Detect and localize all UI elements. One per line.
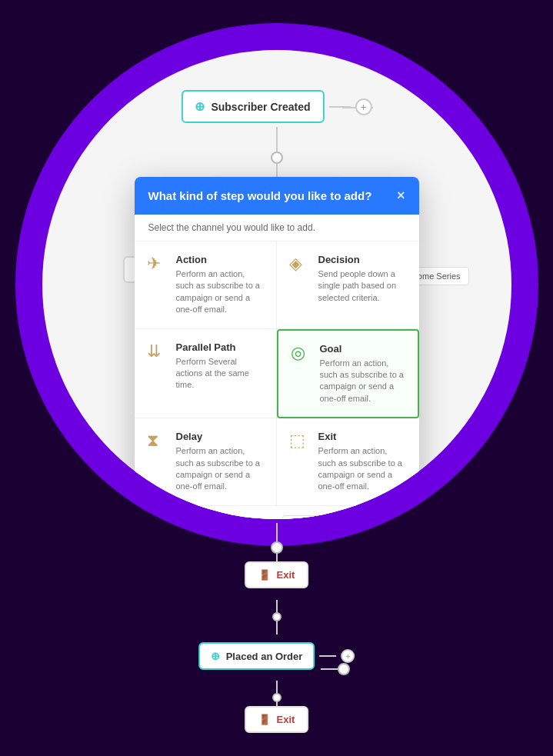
action-desc: Perform an action, such as subscribe to … [176,268,264,316]
modal-close-button[interactable]: × [397,188,405,204]
add-button[interactable]: Add [350,515,406,519]
parallel-desc: Perform Several actions at the same time… [176,356,264,391]
goal-icon: ◎ [291,343,312,363]
exit-bottom-1-icon: 🚪 [258,569,271,581]
exit-option-title: Exit [318,431,407,442]
exit-bottom-2-label: Exit [277,714,295,725]
add-step-modal: What kind of step would you like to add?… [135,177,419,519]
delay-desc: Perform an action, such as subscribe to … [176,445,264,493]
modal-subtitle: Select the channel you would like to add… [135,215,419,241]
svg-point-2 [272,152,282,163]
inner-circle: ⊕ Subscriber Created + ⏱ Wait 5 Minutes … [42,50,511,519]
add-step-right[interactable]: + [355,98,372,115]
placed-order-label: Placed an Order [226,651,303,662]
option-delay[interactable]: ⧗ Delay Perform an action, such as subsc… [135,418,277,505]
modal-footer: Cancel Add [135,505,419,519]
goal-desc: Perform an action, such as subscribe to … [320,358,405,405]
connector-right-line [329,106,351,108]
svg-point-12 [273,613,281,621]
exit-option-icon: ⬚ [289,431,311,451]
option-exit[interactable]: ⬚ Exit Perform an action, such as subscr… [277,418,419,505]
placed-order-icon: ⊕ [211,650,220,662]
modal-options-grid: ✈ Action Perform an action, such as subs… [135,241,419,505]
svg-point-17 [273,694,281,701]
goal-title: Goal [320,343,405,355]
decision-title: Decision [318,254,407,265]
decision-desc: Send people down a single path based on … [318,268,407,304]
action-title: Action [176,254,264,265]
exit-bottom-2-box: 🚪 Exit [245,706,309,733]
placed-order-plus[interactable]: + [341,649,355,663]
option-parallel[interactable]: ⇊ Parallel Path Perform Several actions … [135,329,277,419]
modal-header: What kind of step would you like to add?… [135,177,419,215]
parallel-title: Parallel Path [176,341,264,353]
modal-title: What kind of step would you like to add? [148,189,372,202]
delay-icon: ⧗ [147,431,168,451]
action-icon: ✈ [147,254,168,274]
exit-option-desc: Perform an action, such as subscribe to … [318,445,407,493]
option-decision[interactable]: ◈ Decision Send people down a single pat… [277,241,419,329]
cancel-button[interactable]: Cancel [282,515,342,519]
exit-bottom-1-box: 🚪 Exit [245,561,309,588]
placed-order-box: ⊕ Placed an Order [198,642,315,670]
option-action[interactable]: ✈ Action Perform an action, such as subs… [135,241,277,329]
subscriber-label: Subscriber Created [211,101,310,113]
exit-bottom-1-node[interactable]: 🚪 Exit [245,561,309,588]
subscriber-node[interactable]: ⊕ Subscriber Created + [181,90,371,123]
option-goal[interactable]: ◎ Goal Perform an action, such as subscr… [277,329,419,419]
delay-title: Delay [176,431,264,442]
exit-bottom-2-node[interactable]: 🚪 Exit [245,706,309,733]
exit-bottom-1-label: Exit [277,569,295,581]
placed-order-node[interactable]: ⊕ Placed an Order + [198,642,355,670]
subscriber-box: ⊕ Subscriber Created [181,90,324,123]
placed-order-right-line [319,655,336,657]
parallel-icon: ⇊ [147,341,168,361]
svg-point-9 [272,542,282,553]
decision-icon: ◈ [289,254,311,274]
exit-bottom-2-icon: 🚪 [258,714,271,725]
subscriber-icon: ⊕ [195,99,205,114]
